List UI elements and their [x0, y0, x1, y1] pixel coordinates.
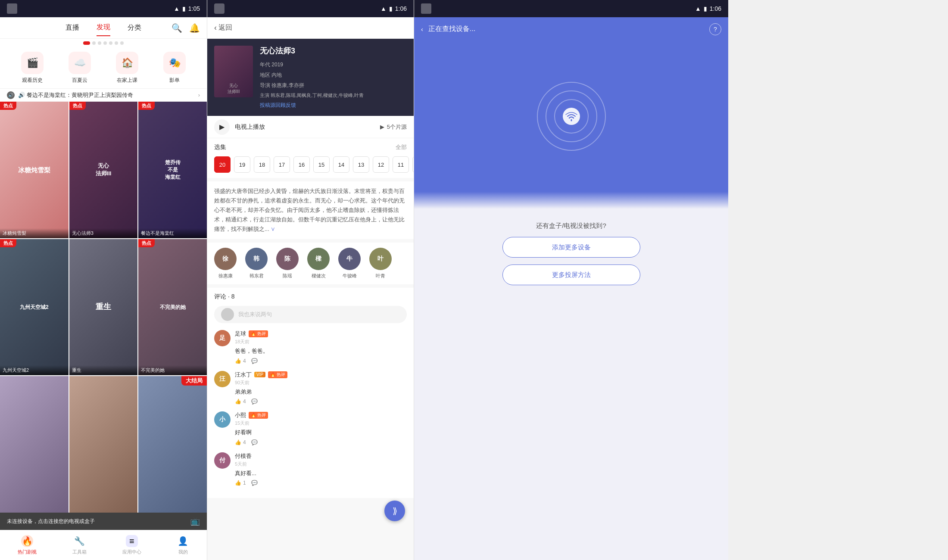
- drama-meta-year: 年代 2019: [260, 59, 407, 70]
- quick-history[interactable]: 🎬 观看历史: [21, 52, 44, 84]
- tab-hot-label: 热门剧视: [18, 549, 37, 555]
- cast-liang[interactable]: 樑 樑健次: [307, 248, 330, 279]
- grid-item-4[interactable]: 九州天空城2 热点 九州天空城2: [0, 239, 69, 376]
- like-btn-2[interactable]: 👍 4: [235, 398, 246, 404]
- dot-6: [115, 41, 118, 45]
- ep-btn-20[interactable]: 20: [214, 156, 231, 173]
- grid-item-6-text: 不完美的她: [138, 239, 207, 376]
- hot-badge-2: 🔥 热评: [268, 371, 287, 378]
- quick-access-bar: 🎬 观看历史 ☁️ 百夏云 🏠 在家上课 🎭 影单: [0, 47, 207, 88]
- reply-btn-4[interactable]: 💬: [251, 480, 258, 486]
- grid-item-1-text: 冰糖炖雪梨: [0, 102, 69, 238]
- reply-btn-2[interactable]: 💬: [251, 398, 258, 404]
- quick-home-class[interactable]: 🏠 在家上课: [116, 52, 138, 84]
- status-right-2: ▲ ▮ 1:06: [380, 5, 407, 12]
- fire-icon: 🔥: [21, 535, 33, 547]
- like-btn-4[interactable]: 👍 1: [235, 480, 246, 486]
- play-button[interactable]: ▶: [214, 119, 230, 135]
- cast-name-chen: 陈瑶: [283, 273, 292, 279]
- like-icon-4: 👍: [235, 480, 241, 486]
- comment-text-3: 好看啊: [235, 428, 407, 437]
- wifi-icon: ▲: [174, 5, 180, 12]
- cast-niu[interactable]: 牛 牛骏峰: [338, 248, 361, 279]
- hot-badge-6: 热点: [138, 239, 155, 247]
- grid-item-3[interactable]: 楚乔传不是海棠红 热点 餐边不是海棠红: [138, 102, 207, 238]
- grid-item-9[interactable]: 大结局: [138, 376, 207, 513]
- question-mark-icon: ?: [714, 26, 717, 33]
- cast-chen[interactable]: 陈 陈瑶: [276, 248, 299, 279]
- tab-hot-drama[interactable]: 🔥 热门剧视: [18, 535, 37, 555]
- more-cast-methods-button[interactable]: 更多投屏方法: [502, 264, 640, 285]
- bell-icon[interactable]: 🔔: [189, 23, 200, 33]
- ep-btn-13[interactable]: 13: [353, 156, 369, 173]
- episodes-all-btn[interactable]: 全部: [396, 143, 407, 151]
- cast-device-section: 还有盒子/电视没被找到? 添加更多设备 更多投屏方法: [414, 209, 728, 560]
- nav-category[interactable]: 分类: [128, 20, 141, 36]
- cast-ye[interactable]: 叶 叶青: [369, 248, 392, 279]
- tab-toolbox[interactable]: 🔧 工具箱: [72, 535, 87, 555]
- comment-actions-3: 👍 4 💬: [235, 439, 407, 445]
- feedback-link[interactable]: 投稿源回顾反馈: [260, 102, 407, 109]
- reply-icon-4: 💬: [251, 480, 258, 486]
- episodes-section: 选集 全部 20 19 18 17 16 15 14 13 12 11 10 9: [207, 138, 414, 178]
- grid-item-6[interactable]: 不完美的她 热点 不完美的她: [138, 239, 207, 376]
- cast-search-header: ‹ 正在查找设备... ?: [414, 17, 728, 41]
- comment-time-2: 90天前: [235, 380, 407, 386]
- cast-name-han: 韩东君: [249, 273, 264, 279]
- battery-icon-2: ▮: [389, 5, 393, 12]
- expand-icon[interactable]: ∨: [271, 226, 275, 232]
- connect-text: 未连接设备，点击连接您的电视或盒子: [7, 518, 95, 525]
- back-button-3[interactable]: ‹: [421, 25, 423, 33]
- ep-btn-11[interactable]: 11: [393, 156, 409, 173]
- tab-mine[interactable]: 👤 我的: [177, 535, 189, 555]
- ep-btn-14[interactable]: 14: [333, 156, 349, 173]
- like-btn-3[interactable]: 👍 4: [235, 439, 246, 445]
- ep-btn-18[interactable]: 18: [254, 156, 270, 173]
- cast-xu[interactable]: 徐 徐惠康: [214, 248, 237, 279]
- dot-3: [98, 41, 101, 45]
- comment-name-row-3: 小熙 🔥 热评: [235, 411, 407, 419]
- comment-actions-4: 👍 1 💬: [235, 480, 407, 486]
- wifi-radar-icon: [565, 111, 578, 121]
- like-count-2: 4: [243, 398, 246, 404]
- reply-btn-3[interactable]: 💬: [251, 439, 258, 445]
- source-button[interactable]: ▶ 5个片源: [380, 123, 407, 131]
- ep-btn-12[interactable]: 12: [373, 156, 389, 173]
- status-left-2: [214, 3, 225, 14]
- cast-han[interactable]: 韩 韩东君: [245, 248, 268, 279]
- search-icon[interactable]: 🔍: [172, 23, 182, 33]
- ep-btn-17[interactable]: 17: [274, 156, 290, 173]
- ep-btn-16[interactable]: 16: [293, 156, 310, 173]
- like-count-4: 1: [243, 480, 246, 486]
- comment-input[interactable]: 我也来说两句: [214, 306, 407, 323]
- cast-fab-button[interactable]: ⟫: [384, 501, 405, 521]
- promo-banner[interactable]: 🔊 🔊 餐边不是海棠红：黄晓明尹正上演梨园传奇 ›: [0, 89, 207, 102]
- grid-item-7[interactable]: [0, 376, 69, 513]
- quick-playlist[interactable]: 🎭 影单: [163, 52, 186, 84]
- back-button[interactable]: ‹ 返回: [214, 23, 232, 32]
- top-nav: 直播 发现 分类 🔍 🔔: [0, 17, 207, 39]
- grid-item-5[interactable]: 重生 重生: [69, 239, 138, 376]
- reply-icon-1: 💬: [251, 358, 258, 364]
- grid-item-8[interactable]: [69, 376, 138, 513]
- grid-item-1[interactable]: 冰糖炖雪梨 热点 冰糖炖雪梨: [0, 102, 69, 238]
- connect-bar[interactable]: 未连接设备，点击连接您的电视或盒子 📺: [0, 513, 207, 530]
- comment-actions-1: 👍 4 💬: [235, 358, 407, 364]
- quick-cloud[interactable]: ☁️ 百夏云: [69, 52, 91, 84]
- ep-btn-15[interactable]: 15: [313, 156, 330, 173]
- episodes-header: 选集 全部: [207, 138, 414, 155]
- drama-meta-director: 导演 徐惠康,李亦拼: [260, 80, 407, 90]
- reply-btn-1[interactable]: 💬: [251, 358, 258, 364]
- playlist-label: 影单: [169, 77, 180, 84]
- cast-name-liang: 樑健次: [312, 273, 326, 279]
- ep-btn-10[interactable]: 10: [412, 156, 414, 173]
- nav-discover[interactable]: 发现: [97, 19, 110, 36]
- cast-icon: 📺: [190, 516, 200, 526]
- add-device-button[interactable]: 添加更多设备: [502, 237, 640, 258]
- grid-item-2[interactable]: 无心法师III 热点 无心法师3: [69, 102, 138, 238]
- help-button[interactable]: ?: [709, 23, 721, 35]
- like-btn-1[interactable]: 👍 4: [235, 358, 246, 364]
- nav-live[interactable]: 直播: [65, 20, 79, 36]
- ep-btn-19[interactable]: 19: [234, 156, 250, 173]
- tab-app-center[interactable]: ≡ 应用中心: [122, 535, 141, 555]
